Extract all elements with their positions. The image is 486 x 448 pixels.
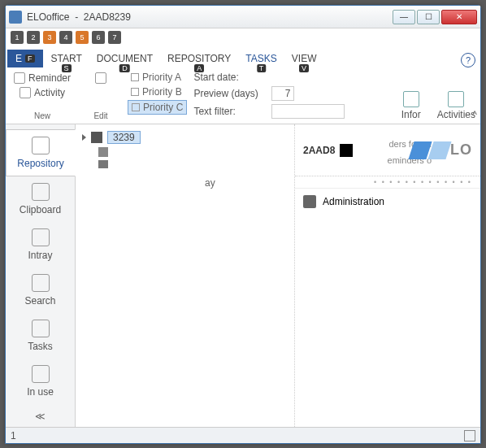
minimize-button[interactable]: — bbox=[393, 10, 415, 24]
qat-7[interactable]: 7 bbox=[108, 31, 121, 44]
section-administration[interactable]: Administration bbox=[295, 188, 480, 215]
qat-2[interactable]: 2 bbox=[27, 31, 40, 44]
priority-list: Priority A Priority B Priority C bbox=[128, 71, 187, 120]
group-edit-label: Edit bbox=[93, 111, 107, 120]
clipboard-icon bbox=[32, 183, 50, 201]
nav-collapse-icon[interactable]: ≪ bbox=[6, 404, 75, 428]
section-label: Administration bbox=[323, 196, 384, 207]
help-icon[interactable]: ? bbox=[461, 53, 475, 67]
titlebar: ELOoffice - 2AAD8239 — ☐ ✕ bbox=[6, 6, 480, 28]
intray-icon bbox=[32, 228, 50, 246]
status-icon[interactable] bbox=[464, 430, 475, 441]
nav-inuse[interactable]: In use bbox=[6, 359, 75, 404]
tree-root-label: 3239 bbox=[107, 131, 141, 144]
start-date-label: Start date: bbox=[193, 72, 267, 83]
text-filter-input[interactable] bbox=[271, 104, 345, 119]
tree-child-2[interactable] bbox=[80, 159, 289, 170]
file-tab[interactable]: EF bbox=[7, 50, 43, 67]
status-bar: 1 bbox=[6, 427, 480, 443]
qat-3[interactable]: 3 bbox=[43, 31, 56, 44]
info-icon bbox=[403, 91, 419, 107]
task-icon bbox=[95, 72, 106, 84]
tree-panel: 3239 bbox=[76, 124, 295, 427]
nav-clipboard[interactable]: Clipboard bbox=[6, 176, 75, 222]
group-new-label: New bbox=[34, 111, 50, 120]
text-filter-label: Text filter: bbox=[193, 106, 267, 117]
group-edit: Edit bbox=[80, 71, 121, 120]
tab-repository[interactable]: REPOSITORYA bbox=[161, 50, 237, 67]
elo-logo: LO bbox=[411, 141, 472, 159]
folder-icon bbox=[91, 132, 102, 143]
search-icon bbox=[32, 274, 50, 292]
repository-icon bbox=[32, 137, 50, 154]
close-button[interactable]: ✕ bbox=[441, 10, 477, 24]
black-square-icon bbox=[340, 144, 353, 157]
task-button[interactable] bbox=[92, 71, 110, 85]
activity-icon bbox=[20, 87, 31, 98]
priority-a[interactable]: Priority A bbox=[128, 71, 187, 84]
tree-root[interactable]: 3239 bbox=[80, 129, 289, 146]
nav-repository[interactable]: Repository bbox=[6, 129, 76, 176]
qat-4[interactable]: 4 bbox=[59, 31, 72, 44]
nav-rail: Repository Clipboard Intray Search Tasks… bbox=[6, 124, 76, 427]
content-area: Repository Clipboard Intray Search Tasks… bbox=[6, 124, 480, 427]
preview-title: 2AAD8 bbox=[303, 144, 353, 157]
qat-1[interactable]: 1 bbox=[11, 31, 24, 44]
activities-icon bbox=[448, 91, 464, 107]
nav-intray[interactable]: Intray bbox=[6, 222, 75, 267]
priority-c[interactable]: Priority C bbox=[128, 100, 187, 115]
preview-days-label: Preview (days) bbox=[193, 88, 267, 99]
reminder-icon bbox=[14, 72, 25, 84]
activity-button[interactable]: Activity bbox=[16, 85, 68, 100]
nav-search[interactable]: Search bbox=[6, 267, 75, 313]
preview-days-value[interactable]: 7 bbox=[271, 86, 294, 101]
infor-button[interactable]: Infor bbox=[401, 91, 421, 120]
tree-child[interactable] bbox=[80, 146, 289, 159]
filter-form: Start date: Preview (days)7 Text filter: bbox=[193, 71, 345, 120]
activities-button[interactable]: Activities bbox=[437, 91, 475, 120]
nav-tasks[interactable]: Tasks bbox=[6, 313, 75, 359]
chat-icon bbox=[98, 160, 108, 168]
workspace: 3239 2AAD8 LO • • • • • • • • • • • bbox=[76, 124, 480, 427]
qat-6[interactable]: 6 bbox=[92, 31, 105, 44]
preview-panel: 2AAD8 LO • • • • • • • • • • • • • Admin… bbox=[295, 124, 480, 427]
admin-icon bbox=[303, 195, 316, 208]
preview-header: 2AAD8 LO bbox=[295, 124, 480, 176]
app-window: ELOoffice - 2AAD8239 — ☐ ✕ 1 2 3 4 5 6 7… bbox=[5, 5, 481, 444]
app-icon bbox=[9, 11, 22, 24]
dots-separator: • • • • • • • • • • • • • bbox=[295, 176, 480, 188]
tab-view[interactable]: VIEWV bbox=[285, 50, 323, 67]
reminder-button[interactable]: Reminder bbox=[11, 71, 74, 85]
status-left: 1 bbox=[11, 430, 16, 441]
qat-5[interactable]: 5 bbox=[76, 31, 89, 44]
ribbon-tabs: EF STARTS DOCUMENTD REPOSITORYA TASKST V… bbox=[6, 46, 480, 67]
tasks-icon bbox=[32, 320, 50, 337]
priority-b[interactable]: Priority B bbox=[128, 85, 187, 98]
ribbon-expand-icon[interactable]: ^ bbox=[472, 109, 477, 120]
window-title: ELOoffice - 2AAD8239 bbox=[27, 11, 393, 23]
file-icon bbox=[98, 147, 108, 157]
chevron-right-icon bbox=[82, 134, 86, 141]
ribbon-body: Reminder Activity New Edit Priority A Pr… bbox=[6, 67, 480, 124]
group-new: Reminder Activity New bbox=[11, 71, 74, 120]
tab-tasks[interactable]: TASKST bbox=[239, 50, 283, 67]
quick-access-toolbar: 1 2 3 4 5 6 7 bbox=[6, 28, 480, 46]
inuse-icon bbox=[32, 365, 50, 383]
tab-document[interactable]: DOCUMENTD bbox=[90, 50, 159, 67]
tab-start[interactable]: STARTS bbox=[45, 50, 89, 67]
partial-ay: ay bbox=[205, 177, 215, 189]
maximize-button[interactable]: ☐ bbox=[417, 10, 440, 24]
